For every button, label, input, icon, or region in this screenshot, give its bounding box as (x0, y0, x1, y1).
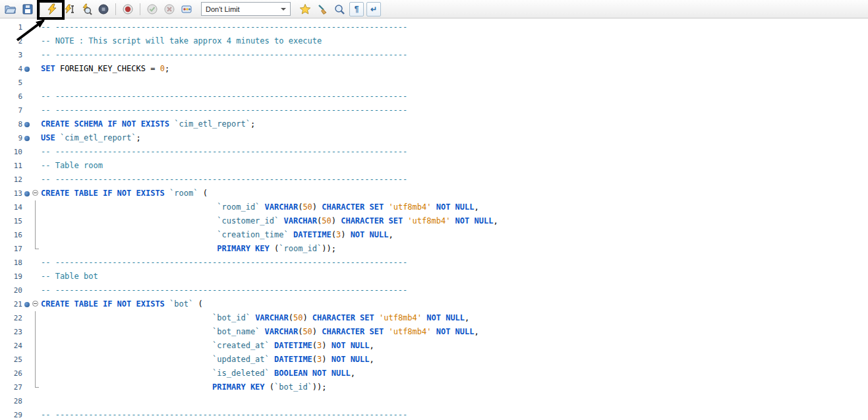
fold-gutter (31, 311, 41, 325)
fold-gutter (31, 228, 41, 242)
fold-gutter (31, 159, 41, 173)
code-line: 26 `is_deleted` BOOLEAN NOT NULL, (0, 367, 868, 380)
gutter-marker (22, 20, 31, 34)
execute-statement-icon (63, 3, 75, 15)
line-number: 7 (0, 104, 22, 117)
code-line: 23 `bot_name` VARCHAR(50) CHARACTER SET … (0, 325, 868, 339)
code-text[interactable]: USE `cim_etl_report`; (41, 131, 141, 145)
commit-button[interactable] (144, 1, 160, 16)
gutter-marker (22, 228, 31, 242)
code-line: 4SET FOREIGN_KEY_CHECKS = 0; (0, 62, 868, 76)
code-line: 8CREATE SCHEMA IF NOT EXISTS `cim_etl_re… (0, 117, 868, 131)
code-line: 5 (0, 76, 868, 90)
code-text[interactable]: `creation_time` DATETIME(3) NOT NULL, (41, 228, 393, 242)
fold-gutter (31, 380, 41, 394)
rollback-button[interactable] (161, 1, 177, 16)
stop-on-error-toggle[interactable] (120, 1, 136, 16)
line-number: 1 (0, 20, 22, 34)
code-line: 3-- ------------------------------------… (0, 48, 868, 62)
gutter-marker (22, 311, 31, 325)
fold-toggle-icon[interactable] (31, 187, 41, 200)
gutter-marker (22, 284, 31, 297)
beautify-broom-icon (316, 3, 328, 15)
code-line: 19-- Table bot (0, 270, 868, 284)
code-text[interactable]: SET FOREIGN_KEY_CHECKS = 0; (41, 62, 169, 76)
code-text[interactable]: PRIMARY KEY (`bot_id`)); (41, 380, 327, 394)
execute-statement-button[interactable] (61, 1, 77, 16)
fold-gutter (31, 145, 41, 159)
explain-plan-button[interactable] (78, 1, 94, 16)
editor-toolbar: Don't Limit ¶ ↵ (0, 0, 868, 18)
toolbar-separator (115, 3, 116, 15)
gutter-marker (22, 76, 31, 90)
stop-button[interactable] (96, 1, 111, 16)
line-number: 25 (0, 353, 22, 367)
limit-dropdown-value: Don't Limit (206, 5, 240, 13)
code-text[interactable]: `bot_id` VARCHAR(50) CHARACTER SET 'utf8… (41, 311, 469, 325)
find-button[interactable] (332, 1, 347, 16)
code-line: 18-- -----------------------------------… (0, 256, 868, 270)
save-snippet-button[interactable] (297, 1, 313, 16)
gutter-marker (22, 200, 31, 214)
code-text[interactable]: -- NOTE : This script will take approx 4… (41, 34, 322, 48)
commit-icon (146, 3, 158, 15)
gutter-marker (22, 325, 31, 339)
code-text[interactable]: `customer_id` VARCHAR(50) CHARACTER SET … (41, 214, 498, 228)
save-script-button[interactable] (20, 1, 36, 16)
line-number: 17 (0, 242, 22, 256)
line-number: 19 (0, 270, 22, 284)
fold-gutter (31, 353, 41, 367)
beautify-script-button[interactable] (314, 1, 330, 16)
line-number: 8 (0, 117, 22, 131)
fold-gutter (31, 76, 41, 90)
fold-gutter (31, 117, 41, 131)
line-number: 24 (0, 339, 22, 353)
code-text[interactable]: -- -------------------------------------… (41, 284, 407, 297)
code-text[interactable]: `bot_name` VARCHAR(50) CHARACTER SET 'ut… (41, 325, 479, 339)
fold-gutter (31, 173, 41, 187)
code-text[interactable]: -- Table room (41, 159, 103, 173)
code-text[interactable]: CREATE TABLE IF NOT EXISTS `room` ( (41, 187, 208, 200)
fold-gutter (31, 200, 41, 214)
fold-gutter (31, 408, 41, 420)
code-text[interactable]: -- -------------------------------------… (41, 173, 407, 187)
code-line: 27 PRIMARY KEY (`bot_id`)); (0, 380, 868, 394)
fold-gutter (31, 104, 41, 117)
sql-editor[interactable]: 1-- ------------------------------------… (0, 18, 868, 420)
limit-dropdown[interactable]: Don't Limit (201, 2, 291, 16)
wrap-text-toggle[interactable]: ↵ (366, 2, 381, 16)
code-text[interactable]: -- -------------------------------------… (41, 104, 407, 117)
code-text[interactable]: -- -------------------------------------… (41, 48, 407, 62)
line-number: 12 (0, 173, 22, 187)
gutter-marker (22, 90, 31, 104)
fold-gutter (31, 131, 41, 145)
gutter-marker (22, 380, 31, 394)
open-script-button[interactable] (3, 1, 18, 16)
autocommit-toggle[interactable] (179, 1, 194, 16)
code-text[interactable]: -- -------------------------------------… (41, 256, 407, 270)
line-number: 20 (0, 284, 22, 297)
gutter-marker (22, 214, 31, 228)
code-text[interactable]: -- Table bot (41, 270, 98, 284)
code-line: 1-- ------------------------------------… (0, 20, 868, 34)
code-line: 9USE `cim_etl_report`; (0, 131, 868, 145)
code-text[interactable]: PRIMARY KEY (`room_id`)); (41, 242, 336, 256)
code-text[interactable]: `updated_at` DATETIME(3) NOT NULL, (41, 353, 374, 367)
code-text[interactable]: CREATE TABLE IF NOT EXISTS `bot` ( (41, 297, 203, 311)
code-text[interactable]: CREATE SCHEMA IF NOT EXISTS `cim_etl_rep… (41, 117, 255, 131)
code-text[interactable]: `is_deleted` BOOLEAN NOT NULL, (41, 367, 355, 380)
execute-script-button[interactable] (44, 1, 60, 16)
code-text[interactable]: `room_id` VARCHAR(50) CHARACTER SET 'utf… (41, 200, 479, 214)
statement-marker (22, 187, 31, 200)
code-text[interactable]: `created_at` DATETIME(3) NOT NULL, (41, 339, 374, 353)
code-line: 16 `creation_time` DATETIME(3) NOT NULL, (0, 228, 868, 242)
code-text[interactable]: -- -------------------------------------… (41, 145, 407, 159)
invisible-characters-toggle[interactable]: ¶ (349, 2, 364, 16)
code-line: 17 PRIMARY KEY (`room_id`)); (0, 242, 868, 256)
code-text[interactable]: -- -------------------------------------… (41, 408, 407, 420)
code-text[interactable]: -- -------------------------------------… (41, 20, 407, 34)
fold-toggle-icon[interactable] (31, 297, 41, 311)
line-number: 4 (0, 62, 22, 76)
code-text[interactable]: -- -------------------------------------… (41, 90, 407, 104)
save-script-icon (22, 3, 34, 15)
